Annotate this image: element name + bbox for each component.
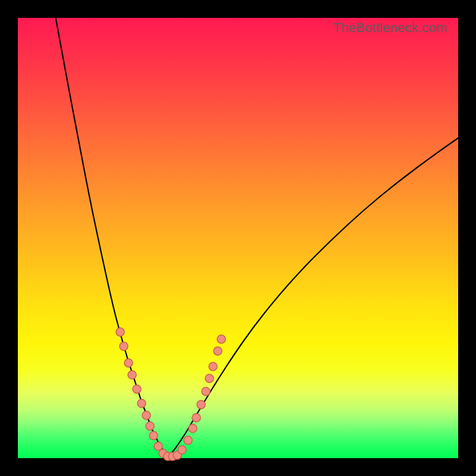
highlight-dot xyxy=(205,374,214,383)
highlight-dot xyxy=(178,446,186,454)
chart-frame: TheBottleneck.com xyxy=(0,0,476,476)
highlight-dot xyxy=(124,359,133,367)
highlight-dot xyxy=(128,371,136,379)
bottleneck-curve xyxy=(18,18,458,458)
highlight-dot xyxy=(133,385,141,393)
highlight-dot xyxy=(202,387,210,396)
highlight-dot xyxy=(184,436,192,444)
highlight-dot xyxy=(214,347,222,355)
highlight-dot xyxy=(197,400,205,409)
highlight-dot xyxy=(189,424,197,433)
highlight-dot xyxy=(137,399,146,408)
highlight-dots xyxy=(116,328,226,461)
highlight-dot xyxy=(142,411,151,419)
highlight-dot xyxy=(217,335,226,343)
highlight-dot xyxy=(146,422,154,430)
highlight-dot xyxy=(116,328,124,336)
plot-area: TheBottleneck.com xyxy=(18,18,458,458)
highlight-dot xyxy=(209,362,217,371)
curve-right xyxy=(168,138,458,456)
highlight-dot xyxy=(192,414,201,422)
highlight-dot xyxy=(120,342,128,350)
curve-left xyxy=(54,6,168,456)
highlight-dot xyxy=(149,431,158,440)
